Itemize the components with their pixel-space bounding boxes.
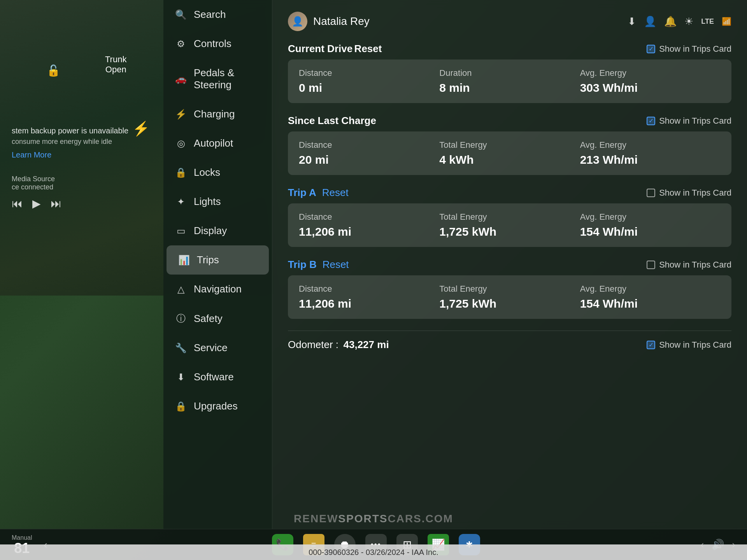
trip-a-title: Trip A [288,187,316,199]
watermark: RENEWSPORTSCARS.COM [294,513,453,525]
current-drive-show-trips[interactable]: ✓ Show in Trips Card [647,44,731,54]
sidebar-item-locks[interactable]: 🔒 Locks [163,158,272,187]
navigation-icon: △ [175,284,187,295]
serial-text: 000-39060326 - 03/26/2024 - IAA Inc. [309,548,438,557]
trip-a-avg-energy-label: Avg. Energy [580,212,721,222]
slc-total-energy-value: 4 kWh [439,153,580,166]
trip-a-checkbox[interactable] [647,189,655,197]
current-drive-section: Current Drive Reset ✓ Show in Trips Card… [288,43,731,103]
sidebar-item-label: Safety [194,313,223,325]
trip-b-total-energy: Total Energy 1,725 kWh [439,284,580,310]
trip-a-header: Trip A Reset Show in Trips Card [288,187,731,199]
person-icon: 👤 [644,16,656,28]
sidebar-item-label: Locks [194,166,220,178]
current-drive-reset-button[interactable]: Reset [354,43,382,54]
trip-a-card: Distance 11,206 mi Total Energy 1,725 kW… [288,203,731,247]
odometer-checkbox[interactable]: ✓ [647,341,655,349]
trip-b-checkbox[interactable] [647,261,655,269]
bell-icon: 🔔 [664,16,677,28]
sidebar-item-label: Controls [194,38,231,50]
pedals-icon: 🚗 [175,74,187,84]
sidebar-item-navigation[interactable]: △ Navigation [163,275,272,304]
since-last-distance: Distance 20 mi [299,140,439,166]
sidebar-item-software[interactable]: ⬇ Software [163,362,272,392]
odometer-show-trips-label: Show in Trips Card [659,340,731,350]
since-last-total-energy: Total Energy 4 kWh [439,140,580,166]
sidebar-item-display[interactable]: ▭ Display [163,216,272,245]
trip-b-avg-energy-value: 154 Wh/mi [580,297,721,310]
software-icon: ⬇ [175,372,187,383]
warning-info: stem backup power is unavailable consume… [12,126,128,210]
odometer-show-trips[interactable]: ✓ Show in Trips Card [647,340,731,350]
display-icon: ▭ [175,226,187,236]
since-last-charge-header: Since Last Charge ✓ Show in Trips Card [288,115,731,127]
sidebar-item-pedals-steering[interactable]: 🚗 Pedals & Steering [163,58,272,100]
duration-label: Duration [439,68,580,78]
search-icon: 🔍 [175,9,187,20]
since-last-charge-show-trips[interactable]: ✓ Show in Trips Card [647,116,731,126]
current-drive-show-trips-label: Show in Trips Card [659,44,731,54]
trip-a-distance: Distance 11,206 mi [299,212,439,238]
duration-value: 8 min [439,81,580,94]
upgrades-icon: 🔒 [175,401,187,412]
trip-b-avg-energy: Avg. Energy 154 Wh/mi [580,284,721,310]
sidebar-item-trips[interactable]: 📊 Trips [167,245,269,275]
slc-total-energy-label: Total Energy [439,140,580,150]
trip-a-avg-energy-value: 154 Wh/mi [580,225,721,238]
sidebar-item-label: Search [194,9,226,21]
trip-b-show-trips[interactable]: Show in Trips Card [647,260,731,270]
trip-b-total-energy-label: Total Energy [439,284,580,294]
current-drive-header: Current Drive Reset ✓ Show in Trips Card [288,43,731,55]
user-name: Natalia Rey [313,15,370,28]
autopilot-icon: ◎ [175,138,187,149]
trip-a-reset-button[interactable]: Reset [322,187,349,199]
trip-a-total-energy-value: 1,725 kWh [439,225,580,238]
learn-more-link[interactable]: Learn More [12,150,128,159]
sidebar-item-label: Trips [197,254,219,266]
distance-value: 0 mi [299,81,439,94]
user-info: 👤 Natalia Rey [288,12,370,31]
trip-a-show-trips-label: Show in Trips Card [659,188,731,198]
charging-icon: ⚡ [175,109,187,120]
avatar: 👤 [288,12,307,31]
sidebar-item-label: Upgrades [194,400,238,412]
media-next-icon[interactable]: ⏭ [51,197,61,210]
content-header: 👤 Natalia Rey ⬇ 👤 🔔 ☀ LTE 📶 [288,12,731,31]
content-area: 👤 Natalia Rey ⬇ 👤 🔔 ☀ LTE 📶 Current Driv… [272,0,747,529]
slc-avg-energy-value: 213 Wh/mi [580,153,721,166]
media-play-icon[interactable]: ▶ [32,197,41,210]
trip-b-card: Distance 11,206 mi Total Energy 1,725 kW… [288,275,731,319]
sidebar-item-lights[interactable]: ✦ Lights [163,187,272,216]
trip-a-section: Trip A Reset Show in Trips Card Distance… [288,187,731,247]
trip-a-show-trips[interactable]: Show in Trips Card [647,188,731,198]
service-icon: 🔧 [175,343,187,354]
sidebar-item-safety[interactable]: ⓘ Safety [163,304,272,333]
slc-distance-value: 20 mi [299,153,439,166]
lock-icon: 🔓 [47,64,60,77]
checkmark-icon: ✓ [649,45,654,52]
trip-b-total-energy-value: 1,725 kWh [439,297,580,310]
sidebar-item-controls[interactable]: ⚙ Controls [163,29,272,58]
since-last-charge-title: Since Last Charge [288,115,376,127]
trip-b-reset-button[interactable]: Reset [323,259,349,271]
since-last-charge-section: Since Last Charge ✓ Show in Trips Card D… [288,115,731,175]
media-prev-icon[interactable]: ⏮ [12,197,23,210]
slc-distance-label: Distance [299,140,439,150]
current-drive-checkbox[interactable]: ✓ [647,45,655,53]
trip-b-distance-label: Distance [299,284,439,294]
sidebar-item-upgrades[interactable]: 🔒 Upgrades [163,392,272,421]
sidebar-item-search[interactable]: 🔍 Search [163,0,272,29]
since-last-charge-checkbox[interactable]: ✓ [647,117,655,125]
trips-icon: 📊 [178,255,190,266]
sidebar-item-charging[interactable]: ⚡ Charging [163,100,272,129]
lte-indicator: LTE [701,18,714,26]
sidebar-item-label: Autopilot [194,137,233,149]
sidebar-item-label: Navigation [194,283,242,295]
current-drive-card: Distance 0 mi Duration 8 min Avg. Energy… [288,60,731,103]
sidebar-item-autopilot[interactable]: ◎ Autopilot [163,129,272,158]
sidebar-item-service[interactable]: 🔧 Service [163,333,272,362]
trip-a-total-energy-label: Total Energy [439,212,580,222]
trip-b-section: Trip B Reset Show in Trips Card Distance… [288,259,731,319]
trip-a-avg-energy: Avg. Energy 154 Wh/mi [580,212,721,238]
since-last-avg-energy: Avg. Energy 213 Wh/mi [580,140,721,166]
